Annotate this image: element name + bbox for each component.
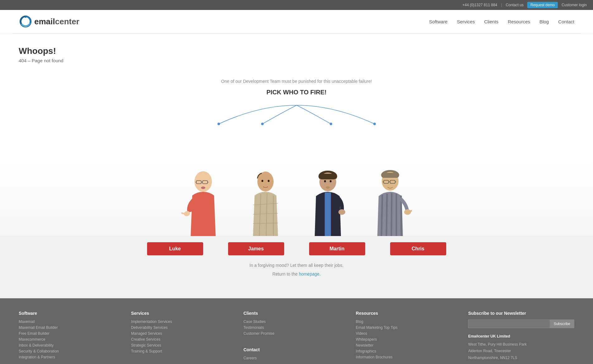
arrows-svg: [188, 102, 406, 127]
footer-col-software: Software Maxemail Maxemail Email Builder…: [19, 311, 125, 364]
footer: Software Maxemail Maxemail Email Builder…: [0, 298, 593, 364]
svg-point-16: [268, 180, 270, 182]
footer-link[interactable]: Testimonials: [243, 325, 350, 330]
footer-resources-heading: Resources: [356, 311, 462, 316]
svg-point-26: [324, 180, 326, 182]
nav-clients[interactable]: Clients: [484, 19, 499, 24]
newsletter-heading: Subscribe to our Newsletter: [468, 311, 574, 316]
person-luke: [172, 158, 234, 236]
footer-link[interactable]: Implementation Services: [131, 319, 237, 324]
footer-link[interactable]: Inbox & Deliverability: [19, 343, 125, 347]
footer-col-resources: Resources Blog Email Marketing Top Tips …: [356, 311, 462, 364]
svg-point-28: [326, 186, 330, 189]
arrows-area: [188, 102, 406, 127]
customer-login-link[interactable]: Customer login: [562, 3, 587, 7]
footer-link[interactable]: Maxecommerce: [19, 337, 125, 342]
fire-james-button[interactable]: James: [228, 242, 284, 255]
footer-link[interactable]: Security & Collaboration: [19, 349, 125, 353]
company-address-1: West Tithe, Pury Hill Business Park: [468, 341, 574, 348]
person-james-svg: [244, 168, 287, 236]
nav-software[interactable]: Software: [429, 19, 447, 24]
company-address-2: Alderton Road, Towcester: [468, 348, 574, 355]
footer-link[interactable]: Case Studies: [243, 319, 350, 324]
svg-point-15: [261, 180, 263, 182]
footer-link[interactable]: Customer Promise: [243, 331, 350, 336]
person-luke-svg: [181, 168, 225, 236]
forgiving-text: In a forgiving mood? Let them all keep t…: [0, 255, 593, 270]
svg-point-3: [261, 123, 264, 125]
footer-link[interactable]: Creative Services: [131, 337, 237, 342]
logo-text: emailcenter: [34, 17, 79, 26]
contact-us-link[interactable]: Contact us: [506, 3, 524, 7]
divider: |: [501, 3, 502, 7]
request-demo-button[interactable]: Request demo: [527, 2, 558, 8]
error-description: One of our Development Team must be puni…: [19, 79, 574, 84]
footer-link[interactable]: Information Brochures: [356, 355, 462, 359]
person-chris-svg: [368, 168, 412, 236]
nav-contact[interactable]: Contact: [558, 19, 574, 24]
pick-section: One of our Development Team must be puni…: [19, 73, 574, 139]
nav-resources[interactable]: Resources: [508, 19, 530, 24]
main-nav: Software Services Clients Resources Blog…: [429, 19, 574, 24]
footer-link[interactable]: Strategic Services: [131, 343, 237, 347]
footer-clients-heading: Clients: [243, 311, 350, 316]
people-images: [0, 158, 593, 236]
homepage-link-row: Return to the homepage.: [0, 270, 593, 286]
newsletter-email-input[interactable]: [468, 319, 550, 328]
nav-services[interactable]: Services: [457, 19, 475, 24]
footer-link[interactable]: Training & Support: [131, 349, 237, 353]
footer-services-heading: Services: [131, 311, 237, 316]
person-martin: [297, 158, 359, 236]
footer-contact-heading: Contact: [243, 347, 350, 352]
svg-line-40: [386, 194, 387, 236]
newsletter-subscribe-button[interactable]: Subscribe: [550, 319, 574, 328]
footer-link[interactable]: Deliverability Services: [131, 325, 237, 330]
fire-luke-button[interactable]: Luke: [147, 242, 203, 255]
logo[interactable]: emailcenter: [19, 15, 79, 28]
company-address-3: Northamptonshire, NN12 7LS: [468, 355, 574, 362]
svg-rect-25: [319, 174, 336, 179]
footer-grid: Software Maxemail Maxemail Email Builder…: [19, 311, 574, 364]
pick-title: PICK WHO TO FIRE!: [19, 89, 574, 96]
company-info: Emailcenter UK Limited West Tithe, Pury …: [468, 333, 574, 364]
svg-point-5: [373, 123, 376, 125]
person-martin-svg: [306, 168, 350, 236]
footer-link[interactable]: Videos: [356, 331, 462, 336]
svg-point-27: [330, 180, 332, 182]
footer-link[interactable]: Email Marketing Top Tips: [356, 325, 462, 330]
footer-link[interactable]: Managed Services: [131, 331, 237, 336]
logo-icon: [19, 15, 32, 28]
footer-link[interactable]: Newsletter: [356, 343, 462, 347]
svg-line-41: [391, 193, 392, 236]
top-bar: +44 (0)1327 811 884 | Contact us Request…: [0, 0, 593, 10]
newsletter-form: Subscribe: [468, 319, 574, 328]
footer-newsletter-col: Subscribe to our Newsletter Subscribe Em…: [468, 311, 574, 364]
footer-link[interactable]: Infographics: [356, 349, 462, 353]
svg-line-45: [410, 210, 412, 211]
svg-line-39: [381, 195, 382, 236]
footer-col-services: Services Implementation Services Deliver…: [131, 311, 237, 364]
homepage-link[interactable]: homepage.: [299, 272, 321, 277]
svg-point-44: [404, 209, 411, 215]
svg-rect-29: [325, 192, 331, 236]
nav-blog[interactable]: Blog: [539, 19, 549, 24]
main-content: Whoops! 404 – Page not found One of our …: [0, 34, 593, 158]
header: emailcenter Software Services Clients Re…: [0, 10, 593, 33]
footer-link[interactable]: Integration & Partners: [19, 355, 125, 359]
footer-software-heading: Software: [19, 311, 125, 316]
page-title: Whoops!: [19, 46, 574, 56]
person-chris: [359, 158, 421, 236]
footer-link[interactable]: Maxemail: [19, 319, 125, 324]
svg-point-4: [330, 123, 332, 125]
footer-link[interactable]: Blog: [356, 319, 462, 324]
svg-point-2: [218, 123, 220, 125]
footer-link[interactable]: Free Email Builder: [19, 331, 125, 336]
fire-chris-button[interactable]: Chris: [390, 242, 446, 255]
footer-link[interactable]: Maxemail Email Builder: [19, 325, 125, 330]
person-james: [234, 158, 297, 236]
footer-link[interactable]: Whitepapers: [356, 337, 462, 342]
company-name: Emailcenter UK Limited: [468, 333, 574, 340]
svg-point-30: [338, 209, 345, 215]
footer-link[interactable]: Careers: [243, 356, 350, 360]
fire-martin-button[interactable]: Martin: [309, 242, 365, 255]
